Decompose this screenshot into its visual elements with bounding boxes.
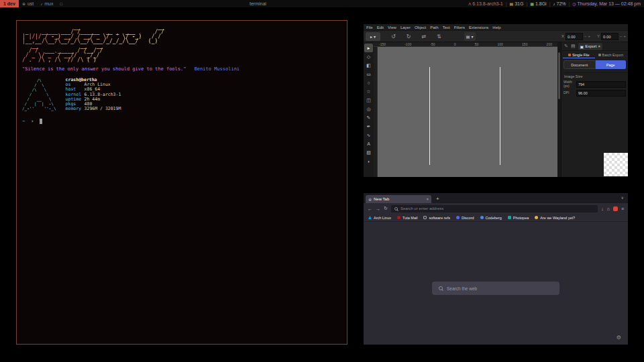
menu-text[interactable]: Text: [443, 25, 450, 29]
menu-path[interactable]: Path: [430, 25, 438, 29]
separator: |: [549, 1, 551, 6]
volume-value: 72%: [556, 1, 566, 6]
tool-dropper[interactable]: ◗: [364, 157, 373, 166]
bookmark-tuta-mail[interactable]: Tuta Mail: [397, 216, 417, 220]
single-file-icon: [568, 54, 571, 56]
fill-stroke-icon[interactable]: ✎: [564, 44, 568, 49]
tool-node-editor[interactable]: ◇: [364, 52, 373, 61]
memory-module: ▦ 1.8Gi: [530, 1, 546, 6]
export-preview-checkerboard: [604, 153, 628, 176]
menu-filters[interactable]: Filters: [454, 25, 465, 29]
menu-object[interactable]: Object: [415, 25, 426, 29]
fetch-row: memory3296M / 32019M: [66, 107, 121, 111]
minus-spinner[interactable]: −: [584, 34, 587, 38]
tab-new-tab[interactable]: ⊕ New Tab ×: [366, 195, 431, 203]
tool-gradient[interactable]: ▧: [364, 148, 373, 157]
search-icon: [439, 286, 443, 290]
width-input[interactable]: 794: [576, 81, 626, 88]
canvas[interactable]: [378, 47, 557, 177]
new-tab-button[interactable]: +: [436, 196, 439, 202]
tool-pen[interactable]: ✒: [364, 122, 373, 131]
menu-view[interactable]: View: [388, 25, 396, 29]
quote-line: "Silence is the only answer you should g…: [22, 66, 341, 72]
rotate-ccw-icon[interactable]: ↺: [391, 34, 396, 40]
inkscape-window: File Edit View Layer Object Path Text Fi…: [364, 24, 628, 177]
workspace-tag-ust[interactable]: ⊕ ust: [19, 0, 37, 7]
close-icon[interactable]: ×: [426, 197, 429, 201]
menu-extensions[interactable]: Extensions: [469, 25, 488, 29]
terminal-window[interactable]: __ __ _ _____ ___/ /______ __ _ ___ / / …: [16, 20, 347, 345]
bookmark-folder-software-refs[interactable]: software refs: [423, 216, 449, 220]
tool-ellipse[interactable]: ○: [364, 78, 373, 87]
x-input[interactable]: 0.00: [566, 33, 583, 40]
document-button[interactable]: Document: [564, 60, 596, 69]
workspace-label: mux: [44, 1, 53, 6]
dpi-input[interactable]: 96.00: [576, 90, 626, 97]
back-button[interactable]: ←: [368, 206, 372, 211]
tool-rectangle[interactable]: ▭: [364, 70, 373, 78]
ruler-label: 150: [522, 42, 527, 46]
plus-spinner[interactable]: +: [588, 34, 590, 38]
globe-icon: ⊕: [22, 1, 25, 6]
extension-icon[interactable]: [613, 206, 618, 211]
web-search-input[interactable]: Search the web: [432, 282, 559, 295]
selector-mode-dropdown[interactable]: ▸ ▾: [366, 32, 380, 41]
forward-button[interactable]: →: [376, 206, 380, 211]
page-button[interactable]: Page: [596, 60, 627, 69]
address-bar[interactable]: Search or enter address: [391, 205, 598, 213]
workspace-tag-mux[interactable]: ♪ mux: [37, 0, 56, 7]
home-button[interactable]: ⌂: [607, 206, 610, 211]
menu-help[interactable]: Help: [492, 25, 500, 29]
tab-single-file[interactable]: Single File: [563, 52, 595, 58]
tool-selector[interactable]: ▸: [364, 44, 373, 52]
search-placeholder: Search the web: [447, 286, 477, 291]
workspace-tag-dev[interactable]: 1 dev: [0, 0, 19, 7]
status-bar: 1 dev ⊕ ust ♪ mux □ terminal Λ 6.13.8-ar…: [0, 0, 644, 7]
tool-spiral[interactable]: ◎: [364, 105, 373, 113]
tool-calligraphy[interactable]: ∿: [364, 131, 373, 139]
layers-icon[interactable]: ▤: [571, 44, 576, 49]
rotate-cw-icon[interactable]: ↻: [407, 34, 411, 40]
memory-icon: ▦: [530, 1, 534, 6]
reload-button[interactable]: ↻: [384, 206, 388, 211]
y-input[interactable]: 0.00: [601, 33, 619, 40]
close-icon[interactable]: ×: [598, 44, 601, 48]
tab-list-chevron-icon[interactable]: ∨: [621, 195, 624, 200]
flip-horizontal-icon[interactable]: ⇄: [421, 34, 426, 40]
flip-vertical-icon[interactable]: ⇅: [437, 34, 441, 40]
bookmark-codeberg[interactable]: Codeberg: [480, 216, 502, 220]
tool-star[interactable]: ☆: [364, 87, 373, 96]
bookmark-discord[interactable]: Discord: [456, 216, 474, 220]
horizontal-ruler: -150 -100 -50 0 50 100 150 200: [374, 42, 557, 47]
bookmark-photopea[interactable]: Photopea: [508, 216, 529, 220]
menu-layer[interactable]: Layer: [400, 25, 411, 29]
width-label: Width (px): [564, 80, 575, 88]
minus-spinner[interactable]: −: [620, 34, 623, 38]
tab-batch-export[interactable]: Batch Export: [595, 52, 627, 58]
downloads-button[interactable]: ↓: [601, 206, 604, 211]
workspace-tag-empty[interactable]: □: [57, 0, 66, 7]
tool-shape-builder[interactable]: ◧: [364, 61, 373, 70]
tool-text[interactable]: A: [364, 139, 373, 148]
ruler-label: 200: [547, 42, 552, 46]
scrollbar-thumb[interactable]: [558, 52, 560, 99]
z-order-dropdown[interactable]: ▤ ▾: [464, 32, 476, 41]
personalize-gear-icon[interactable]: ⚙: [616, 335, 621, 341]
bookmark-arch-linux[interactable]: Arch Linux: [368, 216, 391, 220]
disk-module: ▤ 31G: [510, 1, 524, 6]
bookmark-are-we-wayland-yet[interactable]: Are we Wayland yet?: [535, 216, 575, 220]
search-icon: [394, 207, 398, 210]
plus-spinner[interactable]: +: [623, 34, 626, 38]
stack-icon: ▤: [466, 34, 470, 39]
shell-prompt[interactable]: ~ ›: [22, 118, 341, 124]
tool-3d-box[interactable]: ◫: [364, 96, 373, 105]
image-size-label: Image Size: [564, 72, 628, 78]
kernel-module: Λ 6.13.8-arch3-1: [468, 1, 503, 6]
menu-edit[interactable]: Edit: [377, 25, 384, 29]
menu-file[interactable]: File: [366, 25, 373, 29]
tool-pencil[interactable]: ✎: [364, 113, 373, 122]
memory-value: 1.8Gi: [535, 1, 547, 6]
menu-button[interactable]: ≡: [621, 206, 624, 211]
separator: |: [526, 1, 527, 6]
export-dialog-tab[interactable]: ▣ Export ×: [578, 43, 603, 50]
